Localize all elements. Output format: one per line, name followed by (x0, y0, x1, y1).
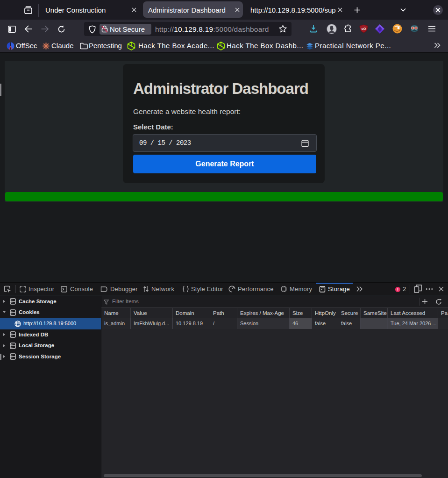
svg-text:uO: uO (362, 27, 366, 30)
